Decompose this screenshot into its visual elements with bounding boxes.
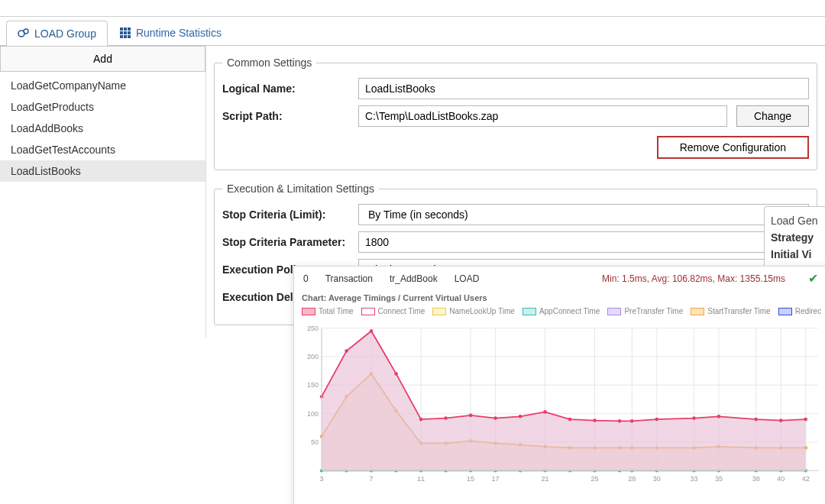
svg-point-1: [24, 29, 28, 34]
svg-text:21: 21: [542, 475, 549, 483]
chart-stats: Min: 1.5ms, Avg: 106.82ms, Max: 1355.15m…: [602, 273, 785, 284]
fieldset-legend: Common Settings: [222, 57, 316, 69]
check-icon: ✔: [808, 271, 818, 286]
svg-text:11: 11: [417, 475, 425, 483]
legend-item: Total Time: [302, 307, 354, 315]
svg-point-96: [444, 416, 448, 420]
toolbar-strip: [0, 0, 825, 17]
legend-label: Total Time: [319, 307, 354, 315]
stop-criteria-select[interactable]: By Time (in seconds): [358, 204, 809, 225]
svg-rect-4: [128, 27, 131, 31]
svg-point-105: [655, 418, 658, 422]
logical-name-label: Logical Name:: [222, 82, 352, 95]
svg-text:250: 250: [307, 325, 319, 332]
svg-rect-10: [128, 35, 131, 38]
svg-point-100: [543, 410, 547, 414]
svg-text:33: 33: [690, 475, 697, 483]
svg-rect-3: [124, 27, 127, 31]
legend-label: StartTransfer Time: [707, 307, 770, 315]
tab-label: Runtime Statistics: [136, 27, 222, 39]
legend-swatch: [691, 308, 704, 315]
legend-swatch: [778, 308, 792, 315]
initial-vu-label: Initial Vi: [771, 248, 825, 260]
legend-item: Connect Time: [361, 307, 425, 315]
legend-swatch: [607, 308, 621, 315]
svg-text:7: 7: [370, 475, 374, 483]
common-settings-group: Common Settings Logical Name: Script Pat…: [214, 57, 817, 170]
svg-point-110: [804, 418, 807, 422]
svg-point-101: [568, 418, 572, 422]
legend-label: Redirec: [795, 307, 821, 315]
svg-text:150: 150: [307, 381, 319, 389]
svg-text:38: 38: [752, 475, 760, 483]
svg-point-104: [630, 419, 634, 423]
list-item[interactable]: LoadGetProducts: [0, 96, 205, 118]
fieldset-legend: Load Gen: [771, 215, 825, 227]
stop-criteria-label: Stop Criteria (Limit):: [222, 208, 352, 221]
chart-header: 0 Transaction tr_AddBook LOAD Min: 1.5ms…: [300, 271, 821, 289]
list-item[interactable]: LoadGetCompanyName: [0, 75, 205, 96]
chart-index: 0: [303, 273, 309, 284]
chart-title: Chart: Average Timings / Current Virtual…: [300, 289, 821, 305]
tab-runtime-statistics[interactable]: Runtime Statistics: [108, 20, 233, 45]
svg-point-108: [754, 418, 758, 422]
svg-point-107: [717, 415, 721, 418]
svg-rect-7: [128, 31, 131, 34]
add-button[interactable]: Add: [0, 46, 205, 72]
gear-icon: [18, 27, 30, 40]
tab-load-group[interactable]: LOAD Group: [6, 21, 108, 46]
svg-text:35: 35: [715, 475, 723, 483]
svg-text:30: 30: [653, 475, 661, 483]
sidebar: Add LoadGetCompanyNameLoadGetProductsLoa…: [0, 46, 206, 338]
chart-col-name: tr_AddBook: [390, 273, 438, 284]
script-path-label: Script Path:: [222, 110, 352, 122]
svg-text:28: 28: [628, 475, 636, 483]
svg-text:42: 42: [802, 475, 810, 483]
list-item[interactable]: LoadAddBooks: [0, 118, 205, 139]
legend-item: StartTransfer Time: [691, 307, 770, 315]
legend-label: AppConnect Time: [539, 307, 600, 315]
legend-swatch: [522, 308, 536, 315]
svg-point-95: [419, 418, 423, 422]
svg-point-103: [618, 419, 622, 423]
remove-configuration-button[interactable]: Remove Configuration: [657, 136, 809, 159]
logical-name-input[interactable]: [358, 78, 809, 99]
script-path-input[interactable]: [358, 105, 727, 127]
svg-text:50: 50: [311, 438, 319, 446]
svg-text:25: 25: [591, 475, 599, 483]
list-item[interactable]: LoadListBooks: [0, 160, 205, 182]
change-button[interactable]: Change: [736, 105, 809, 127]
stop-param-input[interactable]: [358, 231, 809, 253]
legend-label: Connect Time: [378, 307, 425, 315]
fieldset-legend: Execution & Limitation Settings: [222, 183, 379, 195]
list-item[interactable]: LoadGetTestAccounts: [0, 139, 205, 160]
legend-item: Redirec: [778, 307, 821, 315]
legend-item: AppConnect Time: [522, 307, 600, 315]
svg-marker-90: [322, 331, 806, 470]
svg-text:40: 40: [777, 475, 785, 483]
svg-rect-5: [120, 31, 123, 34]
svg-point-109: [779, 418, 783, 422]
svg-text:200: 200: [307, 353, 319, 360]
chart-col-type: Transaction: [325, 273, 373, 284]
svg-point-92: [345, 349, 348, 353]
tab-label: LOAD Group: [34, 27, 96, 40]
svg-rect-9: [124, 35, 127, 38]
chart-panel: 0 Transaction tr_AddBook LOAD Min: 1.5ms…: [293, 266, 825, 504]
svg-rect-2: [120, 27, 123, 31]
strategy-label: Strategy: [771, 231, 825, 244]
legend-swatch: [302, 308, 315, 315]
svg-point-93: [370, 329, 374, 333]
svg-rect-6: [124, 31, 127, 34]
legend-swatch: [432, 308, 446, 315]
chart-plot: 5010015020025037111517212528303335384042: [300, 320, 821, 488]
svg-text:17: 17: [492, 475, 500, 483]
script-list: LoadGetCompanyNameLoadGetProductsLoadAdd…: [0, 72, 205, 185]
svg-text:15: 15: [467, 475, 474, 483]
legend-swatch: [361, 308, 375, 315]
svg-text:100: 100: [307, 410, 319, 418]
legend-label: NameLookUp Time: [449, 307, 515, 315]
svg-point-106: [692, 416, 696, 420]
tab-bar: LOAD Group Runtime Statistics: [0, 17, 825, 46]
svg-point-102: [593, 418, 597, 422]
